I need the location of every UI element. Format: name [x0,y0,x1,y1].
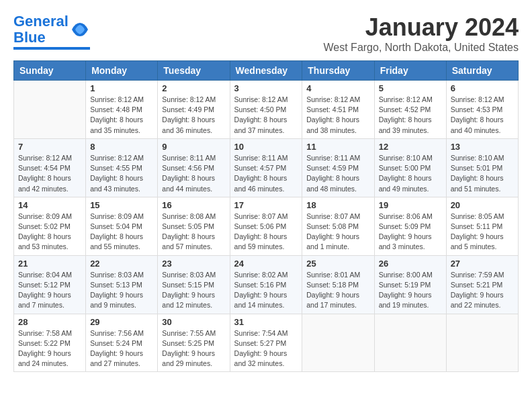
day-info: Sunrise: 8:12 AMSunset: 4:50 PMDaylight:… [234,95,298,136]
calendar-cell: 6Sunrise: 8:12 AMSunset: 4:53 PMDaylight… [446,81,518,139]
day-number: 12 [379,142,442,152]
day-number: 13 [451,142,514,152]
calendar-week-row: 21Sunrise: 8:04 AMSunset: 5:12 PMDayligh… [14,255,519,314]
day-number: 25 [306,259,369,269]
weekday-header-tuesday: Tuesday [158,61,230,81]
day-number: 11 [306,142,369,152]
weekday-header-wednesday: Wednesday [230,61,302,81]
day-info: Sunrise: 8:12 AMSunset: 4:48 PMDaylight:… [90,95,153,136]
calendar-cell: 2Sunrise: 8:12 AMSunset: 4:49 PMDaylight… [158,81,230,139]
day-number: 18 [306,200,369,210]
calendar-cell: 17Sunrise: 8:07 AMSunset: 5:06 PMDayligh… [230,197,302,255]
calendar-cell: 26Sunrise: 8:00 AMSunset: 5:19 PMDayligh… [374,255,446,314]
calendar-cell: 14Sunrise: 8:09 AMSunset: 5:02 PMDayligh… [14,197,86,255]
calendar-cell: 24Sunrise: 8:02 AMSunset: 5:16 PMDayligh… [230,255,302,314]
day-info: Sunrise: 8:09 AMSunset: 5:04 PMDaylight:… [90,212,153,253]
day-number: 2 [162,83,225,93]
day-number: 23 [162,259,225,269]
day-info: Sunrise: 8:11 AMSunset: 4:59 PMDaylight:… [306,153,369,194]
day-number: 19 [379,200,442,210]
weekday-header-thursday: Thursday [302,61,374,81]
calendar-cell: 12Sunrise: 8:10 AMSunset: 5:00 PMDayligh… [374,138,446,197]
day-number: 24 [234,259,298,269]
day-info: Sunrise: 8:09 AMSunset: 5:02 PMDaylight:… [18,212,81,253]
day-info: Sunrise: 8:07 AMSunset: 5:08 PMDaylight:… [306,212,369,253]
day-number: 14 [18,200,81,210]
day-info: Sunrise: 8:12 AMSunset: 4:55 PMDaylight:… [90,153,153,194]
calendar-cell: 21Sunrise: 8:04 AMSunset: 5:12 PMDayligh… [14,255,86,314]
day-number: 15 [90,200,153,210]
calendar-cell: 27Sunrise: 7:59 AMSunset: 5:21 PMDayligh… [446,255,518,314]
calendar-week-row: 1Sunrise: 8:12 AMSunset: 4:48 PMDaylight… [14,81,519,139]
day-number: 29 [90,317,153,327]
day-number: 9 [162,142,225,152]
month-title: January 2024 [324,13,519,42]
weekday-header-friday: Friday [374,61,446,81]
day-info: Sunrise: 7:55 AMSunset: 5:25 PMDaylight:… [162,328,225,369]
location-title: West Fargo, North Dakota, United States [324,42,519,54]
logo-divider [13,47,90,50]
day-info: Sunrise: 8:06 AMSunset: 5:09 PMDaylight:… [379,212,442,253]
calendar-cell: 19Sunrise: 8:06 AMSunset: 5:09 PMDayligh… [374,197,446,255]
day-info: Sunrise: 8:00 AMSunset: 5:19 PMDaylight:… [379,270,442,311]
calendar-cell: 29Sunrise: 7:56 AMSunset: 5:24 PMDayligh… [86,314,158,372]
logo-icon [70,19,90,40]
calendar-cell: 23Sunrise: 8:03 AMSunset: 5:15 PMDayligh… [158,255,230,314]
weekday-header-monday: Monday [86,61,158,81]
day-info: Sunrise: 8:01 AMSunset: 5:18 PMDaylight:… [306,270,369,311]
day-number: 5 [379,83,442,93]
calendar-cell: 1Sunrise: 8:12 AMSunset: 4:48 PMDaylight… [86,81,158,139]
day-number: 10 [234,142,298,152]
day-number: 31 [234,317,298,327]
calendar-cell: 10Sunrise: 8:11 AMSunset: 4:57 PMDayligh… [230,138,302,197]
day-info: Sunrise: 7:59 AMSunset: 5:21 PMDaylight:… [451,270,514,311]
day-info: Sunrise: 8:10 AMSunset: 5:01 PMDaylight:… [451,153,514,194]
day-info: Sunrise: 8:12 AMSunset: 4:52 PMDaylight:… [379,95,442,136]
day-number: 20 [451,200,514,210]
calendar-cell: 30Sunrise: 7:55 AMSunset: 5:25 PMDayligh… [158,314,230,372]
day-number: 16 [162,200,225,210]
day-info: Sunrise: 8:12 AMSunset: 4:49 PMDaylight:… [162,95,225,136]
calendar-cell: 18Sunrise: 8:07 AMSunset: 5:08 PMDayligh… [302,197,374,255]
calendar-cell: 4Sunrise: 8:12 AMSunset: 4:51 PMDaylight… [302,81,374,139]
day-number: 26 [379,259,442,269]
calendar-cell: 16Sunrise: 8:08 AMSunset: 5:05 PMDayligh… [158,197,230,255]
day-info: Sunrise: 8:05 AMSunset: 5:11 PMDaylight:… [451,212,514,253]
calendar-cell: 13Sunrise: 8:10 AMSunset: 5:01 PMDayligh… [446,138,518,197]
day-info: Sunrise: 8:10 AMSunset: 5:00 PMDaylight:… [379,153,442,194]
weekday-header-row: SundayMondayTuesdayWednesdayThursdayFrid… [14,61,519,81]
calendar-cell [374,314,446,372]
day-info: Sunrise: 8:07 AMSunset: 5:06 PMDaylight:… [234,212,298,253]
calendar-week-row: 28Sunrise: 7:58 AMSunset: 5:22 PMDayligh… [14,314,519,372]
calendar-cell [302,314,374,372]
calendar-cell: 11Sunrise: 8:11 AMSunset: 4:59 PMDayligh… [302,138,374,197]
calendar-cell: 25Sunrise: 8:01 AMSunset: 5:18 PMDayligh… [302,255,374,314]
calendar-cell: 22Sunrise: 8:03 AMSunset: 5:13 PMDayligh… [86,255,158,314]
day-number: 27 [451,259,514,269]
day-number: 6 [451,83,514,93]
calendar-week-row: 14Sunrise: 8:09 AMSunset: 5:02 PMDayligh… [14,197,519,255]
day-info: Sunrise: 8:11 AMSunset: 4:56 PMDaylight:… [162,153,225,194]
weekday-header-saturday: Saturday [446,61,518,81]
logo-text: General Blue [13,13,69,46]
calendar-cell: 28Sunrise: 7:58 AMSunset: 5:22 PMDayligh… [14,314,86,372]
day-info: Sunrise: 7:54 AMSunset: 5:27 PMDaylight:… [234,328,298,369]
title-area: January 2024 West Fargo, North Dakota, U… [324,13,519,54]
day-number: 4 [306,83,369,93]
calendar-cell: 31Sunrise: 7:54 AMSunset: 5:27 PMDayligh… [230,314,302,372]
day-number: 3 [234,83,298,93]
day-info: Sunrise: 8:11 AMSunset: 4:57 PMDaylight:… [234,153,298,194]
calendar-cell: 3Sunrise: 8:12 AMSunset: 4:50 PMDaylight… [230,81,302,139]
calendar-cell: 15Sunrise: 8:09 AMSunset: 5:04 PMDayligh… [86,197,158,255]
calendar-cell: 5Sunrise: 8:12 AMSunset: 4:52 PMDaylight… [374,81,446,139]
day-number: 28 [18,317,81,327]
day-info: Sunrise: 8:03 AMSunset: 5:13 PMDaylight:… [90,270,153,311]
day-number: 7 [18,142,81,152]
day-info: Sunrise: 8:12 AMSunset: 4:53 PMDaylight:… [451,95,514,136]
day-info: Sunrise: 8:12 AMSunset: 4:51 PMDaylight:… [306,95,369,136]
calendar-cell: 8Sunrise: 8:12 AMSunset: 4:55 PMDaylight… [86,138,158,197]
calendar-cell: 20Sunrise: 8:05 AMSunset: 5:11 PMDayligh… [446,197,518,255]
day-number: 17 [234,200,298,210]
day-info: Sunrise: 8:12 AMSunset: 4:54 PMDaylight:… [18,153,81,194]
day-info: Sunrise: 8:04 AMSunset: 5:12 PMDaylight:… [18,270,81,311]
